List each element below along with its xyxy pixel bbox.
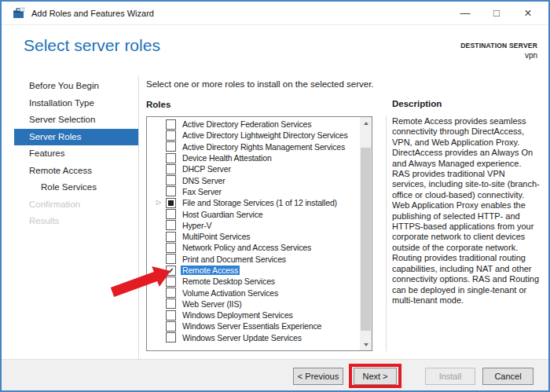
destination-server-label: DESTINATION SERVER: [460, 42, 537, 49]
sidebar-item-remote-access[interactable]: Remote Access: [14, 163, 138, 180]
role-row-print-and-document-services[interactable]: Print and Document Services: [147, 254, 359, 265]
minimize-button[interactable]: —: [449, 2, 481, 24]
role-row-active-directory-lightweight-directory-services[interactable]: Active Directory Lightweight Directory S…: [147, 130, 359, 141]
sidebar-item-results: Results: [14, 213, 138, 230]
scrollbar-thumb[interactable]: [361, 148, 371, 331]
sidebar-item-before-you-begin[interactable]: Before You Begin: [14, 78, 138, 95]
role-label: Active Directory Lightweight Directory S…: [181, 130, 350, 140]
role-row-network-policy-and-access-services[interactable]: Network Policy and Access Services: [147, 242, 359, 253]
role-checkbox-unchecked[interactable]: [166, 141, 176, 152]
sidebar-item-role-services[interactable]: Role Services: [14, 179, 138, 196]
role-checkbox-unchecked[interactable]: [166, 254, 176, 264]
role-checkbox-partial[interactable]: [166, 198, 176, 208]
role-label: Print and Document Services: [181, 255, 288, 264]
roles-scrollbar[interactable]: [360, 117, 372, 350]
role-row-web-server-iis[interactable]: Web Server (IIS): [147, 299, 359, 310]
install-button[interactable]: Install: [425, 368, 475, 385]
role-label: Web Server (IIS): [181, 299, 244, 309]
description-divider: [386, 116, 387, 351]
role-label: MultiPoint Services: [181, 232, 251, 241]
role-checkbox-unchecked[interactable]: [166, 175, 176, 185]
role-row-dns-server[interactable]: DNS Server: [147, 174, 359, 185]
role-label: Volume Activation Services: [181, 288, 280, 298]
role-row-remote-access[interactable]: ✓Remote Access: [147, 265, 359, 276]
role-checkbox-unchecked[interactable]: [166, 164, 176, 174]
maximize-button[interactable]: □: [481, 2, 512, 24]
role-row-active-directory-federation-services[interactable]: Active Directory Federation Services: [147, 119, 359, 130]
role-row-remote-desktop-services[interactable]: Remote Desktop Services: [147, 276, 359, 287]
role-row-volume-activation-services[interactable]: Volume Activation Services: [147, 287, 359, 298]
next-button[interactable]: Next >: [354, 368, 397, 385]
role-label: Active Directory Federation Services: [181, 119, 313, 129]
expander-icon[interactable]: ▷: [156, 199, 166, 207]
roles-listbox: Active Directory Federation ServicesActi…: [146, 116, 372, 351]
role-checkbox-unchecked[interactable]: [166, 119, 176, 130]
role-checkbox-unchecked[interactable]: [166, 220, 176, 230]
role-row-file-and-storage-services-1-of-12-installed[interactable]: ▷File and Storage Services (1 of 12 inst…: [147, 197, 359, 208]
sidebar-item-server-roles[interactable]: Server Roles: [14, 129, 138, 146]
description-heading: Description: [392, 99, 442, 108]
sidebar-item-features[interactable]: Features: [14, 145, 138, 163]
close-button[interactable]: ×: [512, 2, 544, 24]
cancel-button[interactable]: Cancel: [482, 368, 534, 385]
title-bar: Add Roles and Features Wizard — □ ×: [2, 2, 548, 25]
roles-heading: Roles: [146, 100, 170, 109]
role-checkbox-unchecked[interactable]: [166, 332, 176, 343]
role-row-windows-server-update-services[interactable]: Windows Server Update Services: [147, 332, 359, 343]
down-triangle-icon: [364, 343, 368, 346]
window-title: Add Roles and Features Wizard: [31, 9, 154, 18]
role-row-host-guardian-service[interactable]: Host Guardian Service: [147, 208, 359, 219]
window-controls: — □ ×: [449, 2, 544, 24]
role-checkbox-unchecked[interactable]: [166, 321, 176, 332]
role-row-dhcp-server[interactable]: DHCP Server: [147, 163, 359, 174]
role-checkbox-unchecked[interactable]: [166, 288, 176, 298]
role-row-active-directory-rights-management-services[interactable]: Active Directory Rights Management Servi…: [147, 141, 359, 152]
role-label: Host Guardian Service: [181, 210, 264, 219]
role-label: Device Health Attestation: [181, 153, 273, 163]
destination-server-block: DESTINATION SERVER vpn: [460, 42, 537, 60]
role-label: DNS Server: [181, 176, 227, 185]
role-label: Windows Server Essentials Experience: [181, 321, 323, 331]
role-checkbox-unchecked[interactable]: [166, 232, 176, 242]
role-label: Windows Server Update Services: [181, 333, 303, 343]
page-title: Select server roles: [24, 36, 160, 55]
wizard-steps-sidebar: Before You BeginInstallation TypeServer …: [14, 78, 138, 230]
sidebar-item-installation-type[interactable]: Installation Type: [14, 95, 138, 112]
role-row-fax-server[interactable]: Fax Server: [147, 186, 359, 197]
wizard-window: Add Roles and Features Wizard — □ × Sele…: [0, 0, 550, 392]
role-checkbox-checked[interactable]: ✓: [166, 266, 176, 276]
up-triangle-icon: [364, 122, 368, 125]
role-label: Hyper-V: [181, 221, 213, 230]
role-checkbox-unchecked[interactable]: [166, 153, 176, 163]
server-manager-icon: [13, 7, 25, 20]
sidebar-item-confirmation: Confirmation: [14, 196, 138, 214]
sidebar-divider: [138, 76, 139, 360]
role-checkbox-unchecked[interactable]: [166, 299, 176, 309]
destination-server-name: vpn: [460, 51, 537, 60]
role-row-windows-server-essentials-experience[interactable]: Windows Server Essentials Experience: [147, 321, 359, 332]
role-label: DHCP Server: [181, 164, 233, 174]
role-checkbox-unchecked[interactable]: [166, 130, 176, 141]
instruction-text: Select one or more roles to install on t…: [146, 79, 374, 89]
scrollbar-up-arrow[interactable]: [360, 117, 372, 129]
sidebar-item-server-selection[interactable]: Server Selection: [14, 112, 138, 129]
role-checkbox-unchecked[interactable]: [166, 310, 176, 321]
previous-button[interactable]: < Previous: [293, 368, 343, 385]
role-label: Remote Desktop Services: [181, 277, 277, 286]
role-label: Active Directory Rights Management Servi…: [181, 142, 346, 152]
roles-list: Active Directory Federation ServicesActi…: [147, 119, 359, 349]
role-label: Remote Access: [181, 266, 240, 275]
role-checkbox-unchecked[interactable]: [166, 186, 176, 196]
role-label: Windows Deployment Services: [181, 310, 295, 320]
role-label: File and Storage Services (1 of 12 insta…: [181, 198, 339, 207]
role-checkbox-unchecked[interactable]: [166, 209, 176, 219]
role-label: Fax Server: [181, 187, 223, 196]
description-text: Remote Access provides seamless connecti…: [392, 116, 541, 306]
role-checkbox-unchecked[interactable]: [166, 277, 176, 287]
role-checkbox-unchecked[interactable]: [166, 243, 176, 253]
role-row-multipoint-services[interactable]: MultiPoint Services: [147, 231, 359, 242]
role-row-device-health-attestation[interactable]: Device Health Attestation: [147, 152, 359, 163]
scrollbar-down-arrow[interactable]: [360, 339, 372, 350]
role-row-hyper-v[interactable]: Hyper-V: [147, 220, 359, 231]
role-row-windows-deployment-services[interactable]: Windows Deployment Services: [147, 310, 359, 321]
